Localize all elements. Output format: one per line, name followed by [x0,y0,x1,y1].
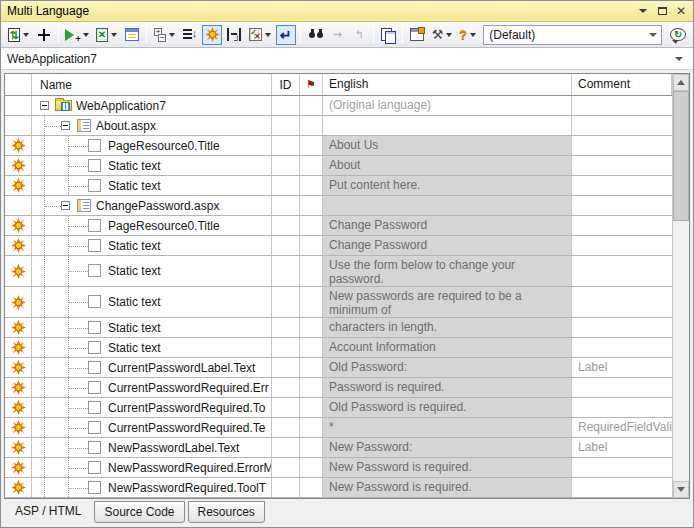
translate-button[interactable]: ↻ [667,25,689,45]
table-row[interactable]: NewPasswordLabel.Text New Password: Labe… [5,438,672,458]
expand-collapse-button[interactable]: +− [151,25,178,45]
table-row[interactable]: Static text About [5,156,672,176]
tab-asp-html[interactable]: ASP / HTML [5,499,91,523]
scrollbar-track[interactable] [673,221,689,481]
grid-validate-button[interactable]: ✓✕ [246,25,273,45]
comment-cell[interactable] [572,478,672,497]
float-button[interactable] [654,4,670,19]
scroll-down-button[interactable] [673,481,689,498]
row-checkbox[interactable] [88,139,101,152]
row-checkbox[interactable] [88,239,101,252]
row-checkbox[interactable] [88,461,101,474]
table-row[interactable]: CurrentPasswordRequired.To Old Password … [5,398,672,418]
tree-collapse-toggle[interactable] [40,101,49,110]
comment-cell[interactable] [572,236,672,255]
table-row[interactable]: Static text New passwords are required t… [5,287,672,318]
english-cell[interactable]: (Original language) [323,96,572,115]
table-row[interactable]: CurrentPasswordRequired.Te * RequiredFie… [5,418,672,438]
help-button[interactable]: ? [457,25,479,45]
comment-cell[interactable] [572,287,672,317]
tab-resources[interactable]: Resources [188,501,265,523]
close-button[interactable]: ✕ [673,4,689,19]
english-cell[interactable]: About Us [323,136,572,155]
language-select[interactable]: (Default) [483,25,662,45]
table-row[interactable]: NewPasswordRequired.ToolT New Password i… [5,478,672,498]
english-cell[interactable]: New Password is required. [323,478,572,497]
project-select[interactable]: WebApplication7 [1,48,693,70]
comment-cell[interactable] [572,196,672,215]
table-row[interactable]: Static text characters in length. [5,318,672,338]
table-row[interactable]: WebApplication7 (Original language) [5,96,672,116]
table-row[interactable]: ChangePassword.aspx [5,196,672,216]
table-row[interactable]: PageResource0.Title Change Password [5,216,672,236]
comment-cell[interactable] [572,176,672,195]
english-cell[interactable] [323,196,572,215]
header-name[interactable]: Name [32,74,272,95]
table-row[interactable]: Static text Change Password [5,236,672,256]
table-row[interactable]: NewPasswordRequired.ErrorM New Password … [5,458,672,478]
table-row[interactable]: CurrentPasswordRequired.Err Password is … [5,378,672,398]
add-language-button[interactable]: + [63,25,91,45]
row-checkbox[interactable] [88,321,101,334]
header-id[interactable]: ID [272,74,300,95]
table-row[interactable]: Static text Account Information [5,338,672,358]
tab-source-code[interactable]: Source Code [94,501,184,523]
comment-cell[interactable] [572,458,672,477]
vertical-scrollbar[interactable] [672,74,689,498]
table-row[interactable]: PageResource0.Title About Us [5,136,672,156]
row-checkbox[interactable] [88,341,101,354]
header-english[interactable]: English [323,74,572,95]
english-cell[interactable]: New passwords are required to be a minim… [323,287,572,317]
english-cell[interactable]: New Password is required. [323,458,572,477]
comment-cell[interactable]: Label [572,358,672,377]
row-checkbox[interactable] [88,361,101,374]
comment-cell[interactable] [572,378,672,397]
comment-cell[interactable] [572,116,672,135]
english-cell[interactable]: Password is required. [323,378,572,397]
tree-collapse-toggle[interactable] [61,201,70,210]
english-cell[interactable]: Put content here. [323,176,572,195]
english-cell[interactable]: Change Password [323,216,572,235]
settings-button[interactable]: ⚒ [429,25,454,45]
row-checkbox[interactable] [88,441,101,454]
row-checkbox[interactable] [88,295,101,308]
word-wrap-button[interactable]: ↵ [276,25,296,45]
comment-cell[interactable] [572,156,672,175]
properties-window-button[interactable] [122,25,142,45]
find-button[interactable] [305,25,326,45]
row-checkbox[interactable] [88,159,101,172]
resource-properties-button[interactable] [407,25,427,45]
tree-collapse-toggle[interactable] [61,121,70,130]
english-cell[interactable]: Old Password: [323,358,572,377]
table-row[interactable]: About.aspx [5,116,672,136]
english-cell[interactable]: characters in length. [323,318,572,337]
row-checkbox[interactable] [88,179,101,192]
comment-cell[interactable] [572,96,672,115]
table-row[interactable]: Static text Put content here. [5,176,672,196]
header-flag[interactable]: ⚑ [300,74,323,95]
english-cell[interactable]: Use the form below to change your passwo… [323,256,572,286]
add-button[interactable] [34,25,54,45]
comment-cell[interactable] [572,338,672,357]
comment-cell[interactable]: RequiredFieldValid [572,418,672,437]
export-excel-button[interactable]: ✕ [93,25,120,45]
english-cell[interactable]: Old Password is required. [323,398,572,417]
highlight-button[interactable] [202,25,222,45]
row-checkbox[interactable] [88,481,101,494]
window-menu-button[interactable] [635,4,651,19]
english-cell[interactable] [323,116,572,135]
comment-cell[interactable] [572,136,672,155]
comment-cell[interactable]: Label [572,438,672,457]
header-comment[interactable]: Comment [572,74,672,95]
row-checkbox[interactable] [88,264,101,277]
english-cell[interactable]: About [323,156,572,175]
english-cell[interactable]: Account Information [323,338,572,357]
table-row[interactable]: CurrentPasswordLabel.Text Old Password: … [5,358,672,378]
english-cell[interactable]: Change Password [323,236,572,255]
row-checkbox[interactable] [88,421,101,434]
row-checkbox[interactable] [88,381,101,394]
table-row[interactable]: Static text Use the form below to change… [5,256,672,287]
autosize-columns-button[interactable] [224,25,244,45]
row-checkbox[interactable] [88,401,101,414]
row-checkbox[interactable] [88,219,101,232]
